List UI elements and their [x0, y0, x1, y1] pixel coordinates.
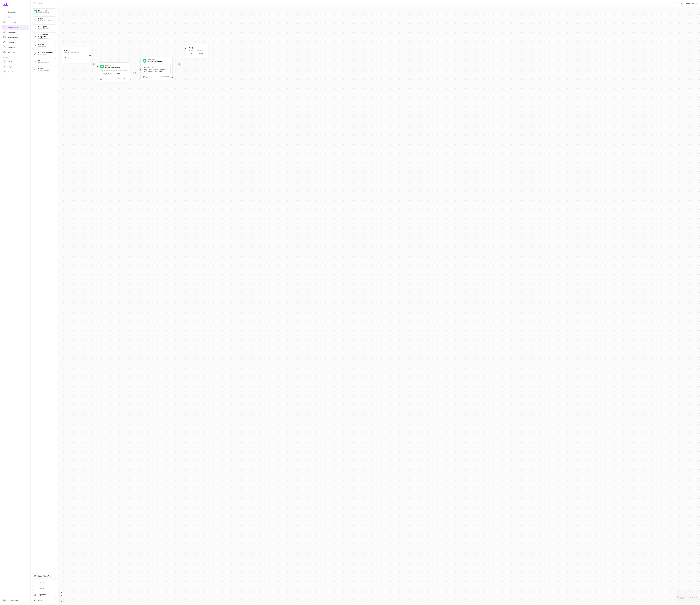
flow-node-message[interactable]: WhatsAppEnviar mensagem Ola {{name}} tud…: [98, 63, 130, 82]
clear-button[interactable]: Limpar Funil: [32, 592, 56, 597]
flow-node-start[interactable]: Nome Informe o nome do fluxo Fluxo 1: [60, 47, 90, 63]
node-type-sub: Iniciar gatilho: [38, 46, 47, 47]
node-type-message[interactable]: MensagemEnviar mensagem: [32, 8, 56, 15]
node-type-delay[interactable]: DelayAguardar um tempo: [32, 16, 56, 23]
node-type-conditions[interactable]: CondiçõesAplicar condições: [32, 24, 56, 31]
zoom-in-button[interactable]: +: [60, 591, 63, 594]
port-out[interactable]: [172, 77, 173, 78]
avatar: L: [3, 60, 6, 63]
search-placeholder: Buscar: [37, 2, 42, 4]
delay-unit-input[interactable]: segun: [196, 50, 204, 56]
search-icon: [33, 2, 35, 4]
import-button[interactable]: Importar: [32, 586, 56, 591]
port-out[interactable]: [90, 55, 91, 56]
svg-rect-11: [34, 576, 36, 577]
node-type-title: Mensagem: [38, 10, 50, 12]
delay-value-input[interactable]: 30: [188, 50, 195, 56]
nav-label: Automações: [7, 26, 18, 28]
zoom-out-button[interactable]: −: [60, 594, 63, 597]
svg-point-4: [4, 47, 5, 47]
node-type-trigger[interactable]: GatilhoIniciar gatilho: [32, 42, 56, 49]
node-title: Enviar mensagem: [105, 66, 120, 68]
avatar: P: [3, 70, 6, 73]
team-member[interactable]: PPedro: [2, 69, 29, 74]
action-label: Salvar Alterações: [38, 575, 51, 577]
app-logo: [3, 2, 8, 6]
svg-point-7: [33, 2, 35, 4]
team-member[interactable]: LLucas: [2, 59, 29, 64]
node-type-sub: Respostas com ia: [38, 62, 49, 63]
nav-chat[interactable]: Chat: [2, 15, 29, 20]
user-menu[interactable]: Usuario Test: [680, 2, 697, 4]
nav-label: Usuarios: [7, 46, 15, 48]
node-type-title: Gatilho: [38, 44, 47, 46]
export-button[interactable]: Exportar: [32, 580, 56, 585]
node-title: Nome: [63, 49, 88, 51]
port-out[interactable]: [129, 79, 131, 80]
svg-point-10: [35, 70, 35, 70]
node-sub: Informe o nome do fluxo: [63, 51, 88, 53]
fit-view-button[interactable]: [60, 597, 63, 600]
nav-reports[interactable]: Reportes: [2, 50, 29, 55]
action-label: Exportar: [38, 581, 44, 583]
node-type-sub: Aguardar um tempo: [38, 20, 51, 21]
whatsapp-icon: [100, 65, 104, 69]
notifications-button[interactable]: [671, 2, 674, 5]
gear-icon[interactable]: [100, 78, 102, 80]
nav-trigger[interactable]: Disparador: [2, 40, 29, 45]
team-member[interactable]: TTiago: [2, 64, 29, 69]
nav-webhooks[interactable]: Webhooks: [2, 30, 29, 35]
nav-label: Disparador: [7, 41, 17, 43]
node-type-title: Conexão de Fluxo: [38, 52, 53, 54]
flow-node-delay[interactable]: Delay 30 segun: [185, 44, 208, 58]
whatsapp-icon: [143, 59, 146, 63]
lock-button[interactable]: [60, 600, 63, 603]
save-button[interactable]: Salvar Alterações: [32, 574, 56, 579]
zoom-controls: + −: [59, 591, 63, 603]
port-in[interactable]: [185, 48, 186, 49]
flow-name-input[interactable]: Fluxo 1: [63, 55, 88, 61]
search-input[interactable]: Buscar: [33, 2, 669, 4]
nav-label: Dashboard: [7, 11, 17, 13]
node-type-title: Aguardando Resposta: [38, 34, 55, 38]
message-content[interactable]: Arquivo: Qrcode.png Leg.: Pode fazer o p…: [143, 65, 171, 74]
delete-node-button[interactable]: [133, 71, 137, 75]
back-button[interactable]: Voltar: [32, 598, 56, 603]
sidebar: Dashboard Chat Instâncias Automações Web…: [0, 0, 30, 605]
node-type-ai[interactable]: IARespostas com ia: [32, 58, 56, 65]
content-line: Arquivo: Qrcode.png: [144, 66, 161, 68]
nav-settings[interactable]: Configurações: [2, 598, 29, 603]
nav-automations[interactable]: Automações: [2, 25, 29, 30]
team-name: Lucas: [8, 60, 12, 63]
message-content[interactable]: Ola {{name}} tudo bem: [100, 70, 128, 76]
team-section-label: Equipe: [2, 55, 29, 59]
nav-instances[interactable]: Instâncias: [2, 20, 29, 25]
nav-users[interactable]: Usuarios: [2, 45, 29, 50]
port-in[interactable]: [140, 69, 141, 70]
node-type-title: Delay: [38, 18, 51, 20]
nav-label: Reportes: [7, 51, 15, 53]
chat-icon[interactable]: [146, 76, 148, 78]
node-type-sub: Enviar mensagem: [38, 12, 50, 14]
nav-label: Configurações: [7, 599, 19, 601]
minimap[interactable]: [676, 591, 698, 603]
svg-point-13: [100, 78, 102, 80]
node-type-flow-connection[interactable]: Conexão de FluxoAdicionar Fluxo: [32, 50, 56, 57]
delete-node-button[interactable]: [177, 62, 181, 66]
flow-node-message[interactable]: WhatsAppEnviar mensagem Arquivo: Qrcode.…: [141, 56, 173, 80]
nav-dashboard[interactable]: Dashboard: [2, 9, 29, 15]
gear-icon[interactable]: [143, 76, 145, 78]
node-title: Enviar mensagem: [148, 60, 162, 63]
node-type-await-response[interactable]: Aguardando RespostaEsperar resposta: [32, 32, 56, 41]
topbar: Buscar Usuario Test: [30, 0, 700, 7]
flow-canvas[interactable]: Nome Informe o nome do fluxo Fluxo 1 Wha…: [58, 7, 700, 605]
node-type-sub: Esperar resposta: [38, 38, 55, 39]
nav-label: Chat: [7, 16, 11, 18]
svg-point-12: [101, 78, 101, 79]
port-in[interactable]: [97, 66, 98, 67]
nav-scheduling[interactable]: Agendamento: [2, 35, 29, 40]
svg-point-2: [5, 27, 5, 28]
delete-node-button[interactable]: [92, 62, 96, 66]
svg-point-1: [4, 26, 4, 27]
node-type-button[interactable]: BotaoBotões de resposta: [32, 66, 56, 73]
